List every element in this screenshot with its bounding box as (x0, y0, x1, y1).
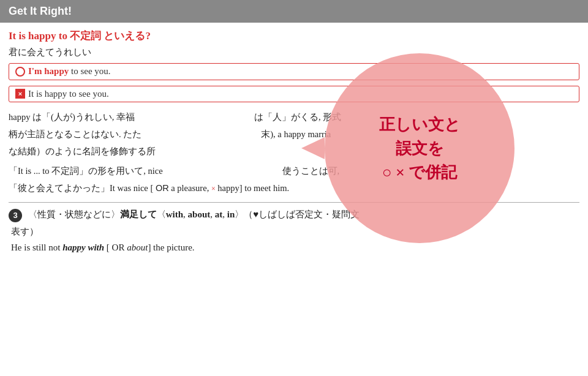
section3-title-bold: 満足して (120, 209, 157, 219)
sep1: , (183, 209, 188, 219)
section3-ex-pre: He is still not (11, 243, 62, 252)
x-icon: × (15, 89, 25, 99)
sep3: , (222, 209, 227, 219)
content-area: It is happy to 不定詞 といえる? 君に会えてうれしい I'm h… (0, 23, 588, 259)
section3-at: at (215, 209, 223, 219)
section3-ex-bracket: [ OR (104, 243, 127, 252)
sep2: , (210, 209, 215, 219)
section3-number: 3 (9, 209, 22, 222)
correct-example-box: I'm happy to see you. (9, 63, 579, 80)
overlay-circle: 正しい文と 誤文を ○ × で併記 (325, 53, 514, 243)
section3-ex-about: about (127, 243, 148, 252)
section3-ex-italic: happy with (62, 243, 104, 252)
section3-title-bracket: 〈 (157, 209, 166, 219)
section3-title: 3 〈性質・状態などに〉満足して〈with, about, at, in〉（♥し… (9, 209, 579, 222)
section3-title-post: 〉（♥しばしば否定文・疑問文 (235, 209, 360, 219)
section3-title-pre: 〈性質・状態などに〉 (28, 209, 120, 219)
section2-title: It is happy to 不定詞 といえる? (9, 29, 579, 43)
arrow-left (301, 137, 325, 159)
wrong-text: It is happy to see you. (28, 89, 109, 99)
section3-about: about (188, 209, 211, 219)
section3-in: in (227, 209, 235, 219)
section3-ex-close: ] the picture. (148, 243, 194, 252)
section3-with: with (166, 209, 183, 219)
header-title: Get It Right! (9, 5, 72, 17)
header-bar: Get It Right! (0, 0, 588, 23)
section3-example: He is still not happy with [ OR about] t… (11, 243, 579, 253)
section2-subtitle: 君に会えてうれしい (9, 47, 579, 58)
circle-icon (15, 67, 25, 77)
section3-subtitle2: 表す） (11, 226, 579, 238)
correct-bold: I'm happy (28, 66, 69, 76)
correct-rest: to see you. (69, 66, 110, 76)
overlay-text: 正しい文と 誤文を ○ × で併記 (379, 113, 461, 184)
